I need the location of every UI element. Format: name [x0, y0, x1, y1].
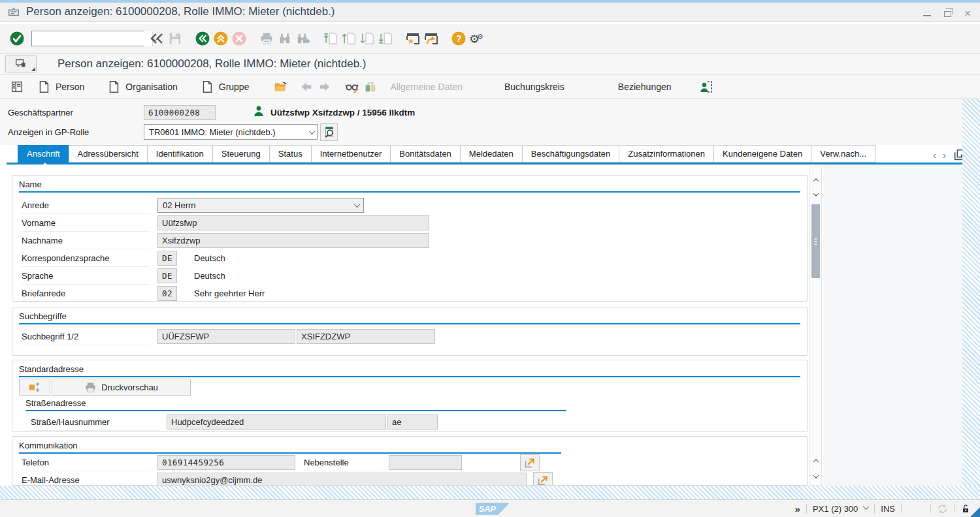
allgemeine-daten-button[interactable]: Allgemeine Daten: [386, 77, 466, 97]
tab-kundeneigene-daten[interactable]: Kundeneigene Daten: [713, 145, 811, 163]
buchungskreis-button[interactable]: Buchungskreis: [500, 77, 568, 97]
window-menu-icon[interactable]: [7, 5, 21, 19]
druckvorschau-button[interactable]: Druckvorschau: [52, 379, 191, 396]
print-button[interactable]: [257, 29, 276, 48]
tab-meldedaten[interactable]: Meldedaten: [460, 145, 523, 163]
briefanrede-field[interactable]: 02: [157, 286, 177, 301]
binoculars-icon: [278, 31, 292, 46]
create-shortcut-button[interactable]: [422, 29, 440, 48]
first-page-button[interactable]: [321, 29, 340, 48]
minimize-button[interactable]: [923, 15, 931, 16]
partner-number-field[interactable]: 6100000208: [144, 105, 216, 120]
save-icon: [168, 31, 182, 46]
nachname-field[interactable]: Xsifzdzwp: [157, 233, 429, 248]
scrollbar-thumb[interactable]: [811, 204, 820, 278]
dropdown-corner-icon: [31, 67, 35, 71]
scroll-up-button-bottom[interactable]: [810, 456, 821, 466]
role-detail-button[interactable]: [320, 123, 338, 141]
vorname-field[interactable]: Uüfzsfwp: [157, 215, 429, 230]
korrespondenzsprache-field[interactable]: DE: [157, 251, 177, 266]
person-button[interactable]: Person: [33, 77, 88, 97]
korrespondenzsprache-text: Deutsch: [194, 253, 225, 263]
nebenstelle-field[interactable]: [389, 455, 462, 470]
command-input[interactable]: [32, 31, 152, 46]
email-launch-button[interactable]: [533, 472, 553, 486]
last-page-button[interactable]: [376, 29, 395, 48]
save-button[interactable]: [166, 29, 184, 48]
suchbegriff1-field[interactable]: UÜFZSFWP: [157, 329, 295, 344]
exit-button[interactable]: [212, 29, 230, 48]
tab-verwnach[interactable]: Verw.nach...: [811, 145, 875, 163]
relationships-button[interactable]: [698, 78, 716, 96]
tab-beschaeftigungsdaten[interactable]: Beschäftigungsdaten: [522, 145, 619, 163]
email-field[interactable]: uswnyksnio2gy@cijmm.de: [157, 473, 527, 486]
layout-settings-button[interactable]: ⚙ ⚙: [468, 29, 486, 48]
resize-corner[interactable]: [970, 507, 980, 517]
find-next-button[interactable]: [294, 29, 312, 48]
launch-icon: [536, 473, 550, 486]
page-up-button[interactable]: [340, 29, 358, 48]
open-button[interactable]: [271, 78, 289, 96]
tab-internetbenutzer[interactable]: Internetbenutzer: [311, 145, 391, 163]
new-session-button[interactable]: ★: [404, 29, 422, 48]
tab-zusatzinformationen[interactable]: Zusatzinformationen: [619, 145, 714, 163]
beziehungen-button[interactable]: Beziehungen: [614, 77, 676, 97]
strasse-field[interactable]: Hudpcefcydeedzed: [167, 415, 386, 430]
help-icon: ?: [451, 31, 466, 46]
system-dropdown-icon[interactable]: [863, 503, 870, 510]
role-select[interactable]: TR0601 IMMO: Mieter (nichtdeb.): [144, 124, 318, 140]
back-button[interactable]: [193, 29, 212, 48]
window-title: Person anzeigen: 6100000208, Rolle IMMO:…: [26, 5, 335, 18]
tab-bonitaetsdaten[interactable]: Bonitätsdaten: [390, 145, 461, 163]
address-versions-button[interactable]: [19, 379, 50, 396]
scroll-down-button-bottom[interactable]: [810, 471, 821, 482]
display-change-button[interactable]: [343, 78, 361, 96]
header-form: Geschäftspartner 6100000208 Uüfzsfwp Xsi…: [0, 99, 962, 145]
lock-open-icon[interactable]: [960, 503, 971, 514]
telefon-field[interactable]: 016914459256: [157, 455, 295, 470]
general-data-button[interactable]: [361, 78, 380, 96]
context-bubble-icon: [14, 57, 28, 71]
background-stripes-right: [962, 99, 980, 499]
previous-partner-button[interactable]: [297, 78, 316, 96]
status-expand-icon[interactable]: »: [795, 503, 800, 514]
restore-button[interactable]: [944, 11, 951, 17]
vertical-scrollbar[interactable]: [809, 166, 822, 486]
insert-mode-text: INS: [881, 504, 895, 514]
page-down-button[interactable]: [358, 29, 376, 48]
tab-steuerung[interactable]: Steuerung: [212, 145, 270, 163]
next-partner-button[interactable]: [316, 78, 334, 96]
find-button[interactable]: [276, 29, 294, 48]
screen-titlebar: Person anzeigen: 6100000208, Rolle IMMO:…: [0, 54, 980, 74]
scroll-down-button[interactable]: [810, 189, 821, 200]
page-up-icon: [342, 31, 356, 46]
exit-icon: [213, 31, 229, 46]
tab-scroll-left-icon[interactable]: ‹: [933, 149, 936, 161]
first-page-icon: [323, 31, 338, 46]
vorname-label: Vorname: [22, 214, 150, 232]
sprache-field[interactable]: DE: [157, 268, 177, 283]
anrede-select[interactable]: 02 Herrn: [157, 198, 364, 213]
context-menu-button[interactable]: [5, 55, 37, 72]
suchbegriff2-field[interactable]: XSIFZDZWP: [297, 329, 435, 344]
close-button[interactable]: ×: [964, 8, 971, 19]
tab-adressuebersicht[interactable]: Adressübersicht: [69, 145, 148, 163]
last-page-icon: [378, 31, 393, 46]
hausnummer-field[interactable]: ae: [387, 415, 438, 430]
organisation-button[interactable]: Organisation: [103, 77, 181, 97]
tab-status[interactable]: Status: [269, 145, 312, 163]
locator-button[interactable]: [8, 78, 26, 96]
scroll-up-button[interactable]: [810, 175, 821, 185]
statusbar: SAP » PX1 (2) 300 INS: [0, 499, 980, 517]
partner-info-text: Uüfzsfwp Xsifzdzwp / 15956 Ilkdtm: [270, 108, 415, 118]
tab-scroll-right-icon[interactable]: ›: [943, 149, 946, 161]
tab-identifikation[interactable]: Identifikation: [147, 145, 213, 163]
cancel-button[interactable]: [230, 29, 248, 48]
gruppe-button[interactable]: Gruppe: [196, 77, 253, 97]
enter-button[interactable]: [8, 29, 26, 48]
sap-logo: SAP: [476, 503, 510, 515]
command-field[interactable]: [31, 31, 144, 46]
help-button[interactable]: ?: [449, 29, 468, 48]
telefon-launch-button[interactable]: [520, 454, 540, 471]
document-icon: [106, 80, 121, 94]
